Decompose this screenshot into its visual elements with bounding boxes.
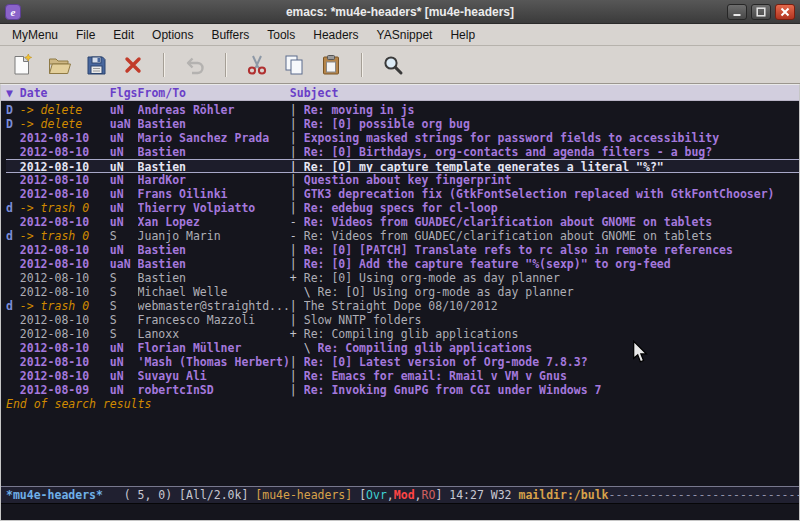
message-row[interactable]: 2012-08-10uNBastien| Re: [0] [PATCH] Tra… [6, 243, 799, 257]
message-sep: | [290, 187, 304, 201]
message-flags: uN [110, 215, 138, 229]
message-marker [6, 215, 20, 229]
save-button[interactable] [82, 51, 110, 79]
message-marker [6, 285, 20, 299]
menu-item-help[interactable]: Help [441, 25, 484, 45]
menu-item-tools[interactable]: Tools [258, 25, 304, 45]
close-buffer-icon [121, 53, 145, 77]
message-sep: | [290, 173, 304, 187]
message-row[interactable]: D-> deleteuNAndreas Röhler| Re: moving i… [6, 103, 799, 117]
message-sep: | [290, 243, 304, 257]
message-row[interactable]: 2012-08-10SBastien+ Re: [0] Using org-mo… [6, 271, 799, 285]
message-subject: Re: [O] Using org-mode as day planner [318, 285, 799, 299]
message-subject: Re: Compiling glib applications [304, 327, 799, 341]
message-marker: d [6, 229, 20, 243]
message-marker [6, 369, 20, 383]
message-subject: Question about key fingerprint [304, 173, 799, 187]
message-from: Suvayu Ali [138, 369, 290, 383]
undo-button[interactable] [181, 51, 209, 79]
message-flags: S [110, 285, 138, 299]
message-flags: uN [110, 341, 138, 355]
message-date: 2012-08-10 [20, 285, 110, 299]
modeline-segment-plain: ] [435, 487, 449, 503]
message-row[interactable]: 2012-08-09uNrobertcInSD| Re: Invoking Gn… [6, 383, 799, 397]
minimize-button[interactable] [727, 4, 747, 20]
message-flags: uN [110, 243, 138, 257]
message-row[interactable]: d-> trash 0uNThierry Volpiatto| Re: edeb… [6, 201, 799, 215]
message-row[interactable]: 2012-08-10uNBastien| Re: [O] my capture … [6, 159, 799, 173]
new-file-button[interactable] [8, 51, 36, 79]
undo-icon [183, 53, 207, 77]
save-icon [84, 53, 108, 77]
message-row[interactable]: 2012-08-10uNFlorian Müllner \ Re: Compil… [6, 341, 799, 355]
menu-item-buffers[interactable]: Buffers [202, 25, 258, 45]
close-buffer-button[interactable] [119, 51, 147, 79]
message-subject: Re: [0] Latest version of Org-mode 7.8.3… [304, 355, 799, 369]
message-row[interactable]: 2012-08-10uNHardKor| Question about key … [6, 173, 799, 187]
message-sep: | [290, 313, 304, 327]
title-bar[interactable]: e emacs: *mu4e-headers* [mu4e-headers] [0, 0, 800, 24]
paste-button[interactable] [317, 51, 345, 79]
open-folder-icon [47, 53, 71, 77]
toolbar-separator [361, 53, 363, 77]
message-row[interactable]: d-> trash 0Swebmaster@straightd...| The … [6, 299, 799, 313]
search-icon [381, 53, 405, 77]
menu-item-mymenu[interactable]: MyMenu [3, 25, 67, 45]
menu-item-file[interactable]: File [67, 25, 104, 45]
message-flags: S [110, 313, 138, 327]
message-row[interactable]: 2012-08-10SFrancesco Mazzoli| Slow NNTP … [6, 313, 799, 327]
column-header-date[interactable]: Date [20, 85, 110, 100]
copy-button[interactable] [280, 51, 308, 79]
message-marker [6, 160, 20, 172]
message-date: -> trash 0 [20, 201, 110, 215]
message-date: -> trash 0 [20, 229, 110, 243]
message-flags: uN [110, 355, 138, 369]
message-row[interactable]: 2012-08-10SLanoxx+ Re: Compiling glib ap… [6, 327, 799, 341]
message-row[interactable]: 2012-08-10SMichael Welle \ Re: [O] Using… [6, 285, 799, 299]
menu-item-options[interactable]: Options [143, 25, 202, 45]
message-subject: Re: moving in js [304, 103, 799, 117]
message-row[interactable]: 2012-08-10uN'Mash (Thomas Herbert)| Re: … [6, 355, 799, 369]
message-subject: GTK3 deprecation fix (GtkFontSelection r… [304, 187, 799, 201]
minibuffer[interactable] [1, 504, 799, 520]
message-row[interactable]: d-> trash 0SJuanjo Marin- Re: Videos fro… [6, 229, 799, 243]
message-row[interactable]: 2012-08-10uNSuvayu Ali| Re: Emacs for em… [6, 369, 799, 383]
menu-item-yasnippet[interactable]: YASnippet [368, 25, 442, 45]
column-header-subject[interactable]: Subject [290, 85, 799, 100]
message-from: Bastien [138, 117, 290, 131]
message-flags: uN [110, 160, 138, 172]
message-row[interactable]: 2012-08-10uNMario Sanchez Prada| Exposin… [6, 131, 799, 145]
column-header-from[interactable]: From/To [138, 85, 290, 100]
message-marker: D [6, 117, 20, 131]
message-from: HardKor [138, 173, 290, 187]
message-date: 2012-08-09 [20, 383, 110, 397]
open-file-button[interactable] [45, 51, 73, 79]
message-sep: | [290, 117, 304, 131]
menu-item-headers[interactable]: Headers [304, 25, 367, 45]
headers-buffer[interactable]: D-> deleteuNAndreas Röhler| Re: moving i… [1, 101, 799, 486]
modeline-segment-plain: 14:27 W32 [449, 487, 518, 503]
maximize-button[interactable] [751, 4, 771, 20]
message-row[interactable]: D-> deleteuaNBastien| Re: [0] possible o… [6, 117, 799, 131]
message-subject: Re: edebug specs for cl-loop [304, 201, 799, 215]
sort-direction-icon[interactable]: ▼ [6, 85, 20, 100]
column-header-flags[interactable]: Flgs [110, 85, 138, 100]
message-row[interactable]: 2012-08-10uNXan Lopez- Re: Videos from G… [6, 215, 799, 229]
mode-line[interactable]: *mu4e-headers* ( 5, 0) [All/2.0k] [mu4e-… [1, 486, 799, 504]
message-subject: Re: [0] Add the capture feature "%(sexp)… [304, 257, 799, 271]
search-button[interactable] [379, 51, 407, 79]
message-row[interactable]: 2012-08-10uNFrans Oilinki| GTK3 deprecat… [6, 187, 799, 201]
message-row[interactable]: 2012-08-10uNBastien| Re: [0] Birthdays, … [6, 145, 799, 159]
menu-item-edit[interactable]: Edit [104, 25, 143, 45]
message-sep: | [290, 131, 304, 145]
message-row[interactable]: 2012-08-10uaNBastien| Re: [0] Add the ca… [6, 257, 799, 271]
message-sep: | [290, 257, 304, 271]
message-subject: Re: [O] my capture template generates a … [304, 160, 799, 172]
message-from: Bastien [138, 243, 290, 257]
message-from: webmaster@straightd... [138, 299, 290, 313]
cut-button[interactable] [243, 51, 271, 79]
message-subject: Re: Compiling glib applications [318, 341, 799, 355]
message-subject: Re: Videos from GUADEC/clarification abo… [304, 215, 799, 229]
message-subject: Re: [0] possible org bug [304, 117, 799, 131]
close-button[interactable] [775, 4, 795, 20]
